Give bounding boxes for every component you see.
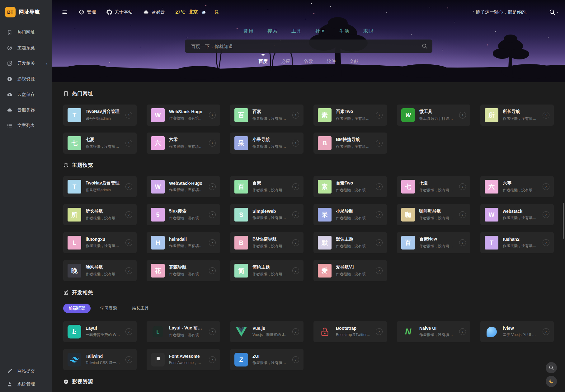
theme-card-16[interactable]: 百百素New作者很懒，没有填写描述。› bbox=[397, 232, 470, 253]
dev-tab-0[interactable]: 前端框架 bbox=[63, 304, 91, 313]
theme-card-8[interactable]: SSimpleWeb作者很懒，没有填写描述。› bbox=[230, 204, 304, 225]
card-desc: 作者很懒，没有填写描述。 bbox=[252, 116, 288, 121]
engine-tab-4[interactable]: 文献 bbox=[350, 58, 359, 64]
fab-search-button[interactable] bbox=[546, 362, 557, 373]
hot-card-2[interactable]: 百百素作者很懒，没有填写描述。› bbox=[230, 105, 304, 126]
theme-card-17[interactable]: Ttushan2作者很懒，没有填写描述。› bbox=[480, 232, 554, 253]
dev-card-3[interactable]: BootstrapBootstrap是Twitter推出的...› bbox=[313, 321, 387, 342]
theme-card-15[interactable]: 默默认主题作者很懒，没有填写描述。› bbox=[313, 232, 387, 253]
hero-tab-3[interactable]: 社区 bbox=[315, 28, 326, 35]
dev-card-4[interactable]: NNaive UI作者很懒，没有填写描述。› bbox=[397, 321, 470, 342]
sidebar-item-3[interactable]: 影视资源 bbox=[0, 71, 52, 87]
theme-card-9[interactable]: 呆小呆导航作者很懒，没有填写描述。› bbox=[313, 204, 387, 225]
search-icon[interactable] bbox=[421, 43, 428, 49]
dev-card-1[interactable]: LLayui - Vue 前端 UI 框架作者很懒，没有填写描述。› bbox=[147, 321, 220, 342]
theme-card-3[interactable]: 素百素Two作者很懒，没有填写描述。› bbox=[313, 176, 387, 197]
dev-card-2[interactable]: Vue.jsVue.js - 渐进式的 JavaScri...› bbox=[230, 321, 304, 342]
engine-tab-3[interactable]: 软件 bbox=[327, 58, 336, 64]
topbar-search-icon[interactable] bbox=[549, 9, 556, 16]
sidebar-item-1[interactable]: 主题预览 bbox=[0, 40, 52, 56]
site-letter-icon: T bbox=[68, 180, 81, 194]
hot-card-3[interactable]: 素百素Two作者很懒，没有填写描述。› bbox=[313, 105, 387, 126]
card-title: 小呆导航 bbox=[252, 137, 288, 142]
card-body: ZUI作者很懒，没有填写描述。 bbox=[252, 354, 288, 366]
sidebar-item-2[interactable]: 开发相关› bbox=[0, 56, 52, 71]
dev-card-6[interactable]: TailwindTailwind CSS 是一个功能类...› bbox=[63, 349, 137, 370]
theme-card-14[interactable]: BBM快捷导航作者很懒，没有填写描述。› bbox=[230, 232, 304, 253]
dev-card-8[interactable]: ZZUI作者很懒，没有填写描述。› bbox=[230, 349, 304, 370]
hero-tab-0[interactable]: 常用 bbox=[243, 28, 254, 35]
dev-card-5[interactable]: iView基于 Vue.js 的 UI 组件库，...› bbox=[480, 321, 554, 342]
topbar-link-2[interactable]: 蓝易云 bbox=[143, 9, 165, 15]
site-letter-icon: T bbox=[68, 108, 81, 122]
theme-card-2[interactable]: 百百素作者很懒，没有填写描述。› bbox=[230, 176, 304, 197]
card-body: TwoNav后台管理账号密码admin bbox=[86, 180, 121, 193]
search-input[interactable] bbox=[185, 40, 432, 53]
theme-card-1[interactable]: WWebStack-Hugo作者很懒，没有填写描述。› bbox=[147, 176, 220, 197]
fab-theme-toggle-button[interactable] bbox=[546, 376, 557, 387]
hero-tab-2[interactable]: 工具 bbox=[291, 28, 302, 35]
card-desc: Vue.js - 渐进式的 JavaScri... bbox=[252, 332, 288, 338]
card-desc: 账号密码admin bbox=[86, 116, 121, 121]
hot-card-1[interactable]: WWebStack-Hugo作者很懒，没有填写描述。› bbox=[147, 105, 220, 126]
card-arrow-icon: › bbox=[209, 239, 216, 246]
dev-tab-2[interactable]: 站长工具 bbox=[127, 304, 154, 313]
sidebar-footer-item-0[interactable]: 网站提交 bbox=[0, 365, 52, 378]
theme-card-7[interactable]: 55iux搜索作者很懒，没有填写描述。› bbox=[147, 204, 220, 225]
sidebar-item-0[interactable]: 热门网址 bbox=[0, 25, 52, 40]
layuivue-logo-icon: L bbox=[151, 325, 165, 338]
list-icon bbox=[7, 123, 12, 128]
hero-tab-4[interactable]: 生活 bbox=[339, 28, 350, 35]
hot-card-0[interactable]: TTwoNav后台管理账号密码admin› bbox=[63, 105, 137, 126]
card-arrow-icon: › bbox=[459, 328, 466, 335]
theme-card-13[interactable]: Hheimdall作者很懒，没有填写描述。› bbox=[147, 232, 220, 253]
sidebar-footer-item-1[interactable]: 系统管理 bbox=[0, 378, 52, 391]
theme-card-0[interactable]: TTwoNav后台管理账号密码admin› bbox=[63, 176, 137, 197]
card-body: WebStack-Hugo作者很懒，没有填写描述。 bbox=[169, 109, 205, 121]
hot-card-6[interactable]: 七七夏作者很懒，没有填写描述。› bbox=[63, 133, 137, 154]
dev-card-0[interactable]: ĿLayui一套开源免费的 Web UI 组...› bbox=[63, 321, 137, 342]
hot-card-7[interactable]: 六六零作者很懒，没有填写描述。› bbox=[147, 133, 220, 154]
card-title: ZUI bbox=[252, 354, 288, 359]
theme-card-12[interactable]: Lliutongxu作者很懒，没有填写描述。› bbox=[63, 232, 137, 253]
engine-tab-2[interactable]: 谷歌 bbox=[304, 58, 313, 64]
dev-card-7[interactable]: Font AwesomeFont Awesome，一套绝佳...› bbox=[147, 349, 220, 370]
theme-card-18[interactable]: 晚晚风导航作者很懒，没有填写描述。› bbox=[63, 260, 137, 281]
sidebar-item-5[interactable]: 云服务器 bbox=[0, 102, 52, 118]
card-desc: 作者很懒，没有填写描述。 bbox=[86, 243, 121, 249]
card-title: 七夏 bbox=[86, 137, 121, 142]
sidebar-item-4[interactable]: 云盘储存 bbox=[0, 87, 52, 102]
hero-tab-5[interactable]: 求职 bbox=[363, 28, 374, 35]
weather-temp: 27°C bbox=[176, 10, 186, 15]
card-title: Layui bbox=[86, 326, 121, 331]
dev-tab-1[interactable]: 学习资源 bbox=[95, 304, 122, 313]
hero-tab-1[interactable]: 搜索 bbox=[267, 28, 278, 35]
card-desc: 作者很懒，没有填写描述。 bbox=[419, 244, 455, 249]
theme-card-4[interactable]: 七七夏作者很懒，没有填写描述。› bbox=[397, 176, 470, 197]
theme-card-21[interactable]: 爱爱导航V1作者很懒，没有填写描述。› bbox=[313, 260, 387, 281]
theme-card-11[interactable]: Wwebstack作者很懒，没有填写描述。› bbox=[480, 204, 554, 225]
card-desc: 账号密码admin bbox=[86, 188, 121, 193]
hot-card-4[interactable]: W微工具微工具致力于打造和收集各...› bbox=[397, 105, 470, 126]
sidebar-item-6[interactable]: 文章列表 bbox=[0, 118, 52, 133]
theme-card-10[interactable]: 咖咖啡吧导航作者很懒，没有填写描述。› bbox=[397, 204, 470, 225]
logo[interactable]: BT 网址导航 bbox=[0, 0, 52, 24]
hot-card-8[interactable]: 呆小呆导航作者很懒，没有填写描述。› bbox=[230, 133, 304, 154]
card-arrow-icon: › bbox=[376, 140, 383, 147]
theme-card-20[interactable]: 简简约主题作者很懒，没有填写描述。› bbox=[230, 260, 304, 281]
topbar-link-1[interactable]: 关于本站 bbox=[106, 9, 133, 15]
site-letter-icon: 六 bbox=[151, 136, 165, 150]
theme-card-6[interactable]: 所所长导航作者很懒，没有填写描述。› bbox=[63, 204, 137, 225]
card-body: 晚风导航作者很懒，没有填写描述。 bbox=[86, 264, 121, 277]
hot-card-9[interactable]: BBM快捷导航作者很懒，没有填写描述。› bbox=[313, 133, 387, 154]
hamburger-icon[interactable] bbox=[61, 9, 68, 15]
engine-tab-1[interactable]: 必应 bbox=[281, 58, 290, 64]
hot-card-5[interactable]: 所所长导航作者很懒，没有填写描述。› bbox=[480, 105, 554, 126]
scrollbar-thumb[interactable] bbox=[563, 203, 564, 239]
card-body: Vue.jsVue.js - 渐进式的 JavaScri... bbox=[252, 326, 288, 338]
engine-tab-0[interactable]: 百度 bbox=[259, 58, 268, 64]
topbar-link-0[interactable]: 管理 bbox=[79, 9, 96, 15]
theme-card-5[interactable]: 六六零作者很懒，没有填写描述。› bbox=[480, 176, 554, 197]
card-arrow-icon: › bbox=[376, 112, 383, 119]
theme-card-19[interactable]: 花花森导航作者很懒，没有填写描述。› bbox=[147, 260, 220, 281]
